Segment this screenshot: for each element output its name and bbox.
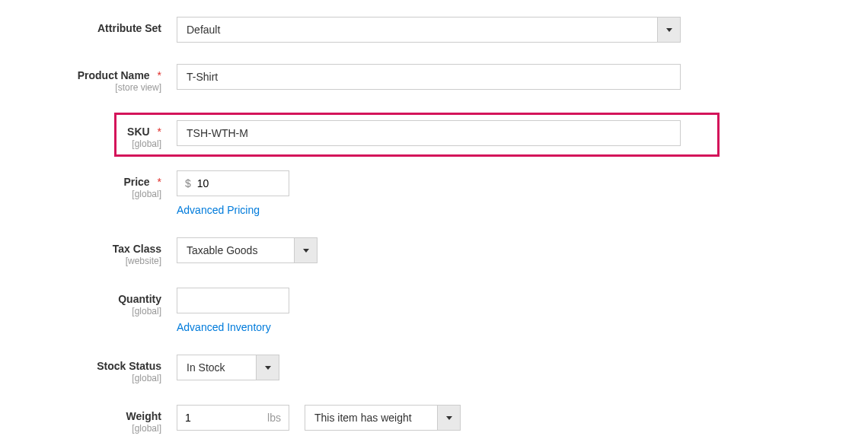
price-label: Price	[123, 176, 149, 188]
label-col: Quantity [global]	[0, 288, 177, 317]
tax-class-label: Tax Class	[113, 243, 161, 255]
row-quantity: Quantity [global] Advanced Inventory	[0, 288, 868, 333]
row-product-name: Product Name * [store view]	[0, 64, 868, 93]
control-col	[177, 64, 681, 90]
control-col: Taxable Goods	[177, 237, 318, 263]
weight-scope: [global]	[0, 423, 161, 434]
quantity-label: Quantity	[118, 293, 161, 305]
chevron-down-icon	[437, 406, 460, 430]
row-sku: SKU * [global]	[0, 114, 868, 155]
quantity-scope: [global]	[0, 306, 161, 317]
label-col: SKU * [global]	[0, 120, 177, 149]
control-col: Default	[177, 17, 681, 43]
control-col: $ Advanced Pricing	[177, 170, 289, 216]
row-tax-class: Tax Class [website] Taxable Goods	[0, 237, 868, 266]
stock-status-scope: [global]	[0, 373, 161, 383]
tax-class-value: Taxable Goods	[177, 238, 294, 262]
price-field-wrap[interactable]: $	[177, 170, 289, 196]
row-attribute-set: Attribute Set Default	[0, 17, 868, 43]
control-col: Advanced Inventory	[177, 288, 289, 333]
advanced-inventory-link[interactable]: Advanced Inventory	[177, 321, 271, 333]
control-col	[177, 120, 681, 146]
row-stock-status: Stock Status [global] In Stock	[0, 355, 868, 383]
row-price: Price * [global] $ Advanced Pricing	[0, 170, 868, 216]
weight-label: Weight	[126, 410, 161, 422]
product-name-input[interactable]	[177, 64, 681, 90]
label-col: Attribute Set	[0, 17, 177, 34]
chevron-down-icon	[256, 355, 279, 380]
product-name-scope: [store view]	[0, 82, 161, 93]
weight-input[interactable]	[177, 406, 254, 429]
label-col: Weight [global]	[0, 405, 177, 434]
attribute-set-label: Attribute Set	[97, 22, 161, 34]
weight-field-wrap[interactable]: lbs	[177, 405, 289, 431]
label-col: Tax Class [website]	[0, 237, 177, 266]
row-weight: Weight [global] lbs This item has weight	[0, 405, 868, 434]
stock-status-value: In Stock	[177, 355, 256, 380]
label-col: Product Name * [store view]	[0, 64, 177, 93]
weight-has-weight-select[interactable]: This item has weight	[305, 405, 461, 431]
tax-class-select[interactable]: Taxable Goods	[177, 237, 318, 263]
stock-status-label: Stock Status	[97, 360, 161, 372]
quantity-input[interactable]	[177, 288, 289, 313]
label-col: Price * [global]	[0, 170, 177, 199]
required-marker: *	[158, 126, 161, 138]
currency-symbol: $	[177, 177, 194, 189]
price-scope: [global]	[0, 189, 161, 199]
tax-class-scope: [website]	[0, 256, 161, 266]
required-marker: *	[158, 176, 161, 188]
sku-scope: [global]	[0, 138, 161, 149]
sku-label: SKU	[127, 126, 150, 138]
sku-input[interactable]	[177, 120, 681, 146]
weight-has-weight-value: This item has weight	[305, 406, 437, 430]
price-input[interactable]	[194, 172, 270, 195]
attribute-set-select[interactable]: Default	[177, 17, 681, 43]
label-col: Stock Status [global]	[0, 355, 177, 383]
advanced-pricing-link[interactable]: Advanced Pricing	[177, 204, 260, 216]
chevron-down-icon	[294, 238, 317, 262]
stock-status-select[interactable]: In Stock	[177, 355, 279, 380]
required-marker: *	[158, 69, 161, 81]
control-col: lbs This item has weight	[177, 405, 461, 431]
control-col: In Stock	[177, 355, 279, 380]
product-name-label: Product Name	[78, 69, 150, 81]
chevron-down-icon	[657, 17, 680, 42]
weight-unit: lbs	[267, 412, 289, 424]
attribute-set-value: Default	[177, 17, 657, 42]
